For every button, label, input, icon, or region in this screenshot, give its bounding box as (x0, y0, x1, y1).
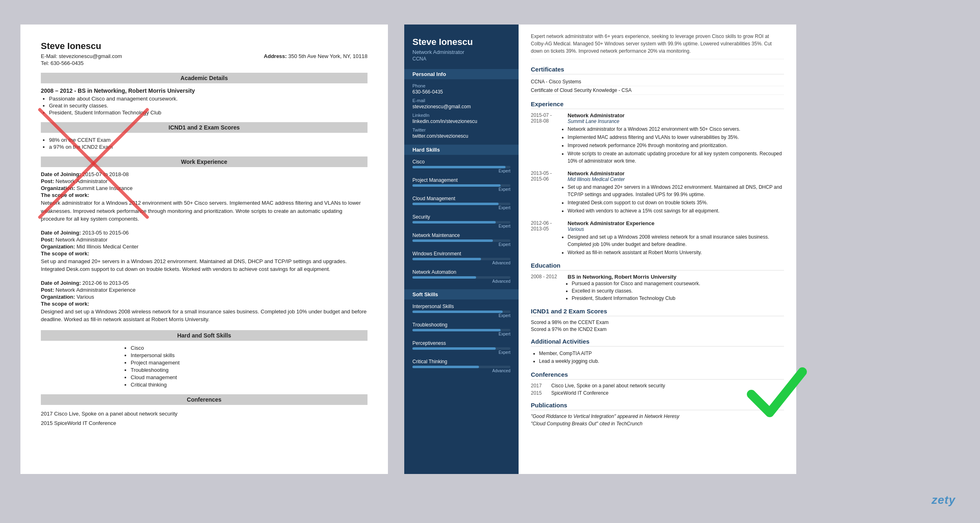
icnd-title: ICND1 and 2 Exam Scores (531, 308, 784, 316)
work-header: Work Experience (41, 156, 368, 167)
left-name: Steve Ionescu (41, 41, 368, 51)
hard-skill-item: Network Maintenance Expert (412, 232, 510, 247)
academic-header: Academic Details (41, 73, 368, 83)
work-desc-2: Set up and managed 20+ servers in a Wind… (41, 257, 368, 273)
icnd-bullets: 98% on the CCENT Exam a 97% on the ICND2… (49, 137, 368, 150)
email-value: stevezionescu@gmail.com (412, 104, 510, 110)
linkedin-label: LinkedIn (412, 113, 510, 118)
left-address: Address: 350 5th Ave New York, NY, 10118 (264, 53, 368, 59)
exp-entry-3: 2012-06 - 2013-05 Network Administrator … (531, 220, 784, 256)
left-contact: E-Mail: stevezionescu@gmail.com Address:… (41, 53, 368, 59)
icnd-score2: a 97% on the ICND2 Exam (49, 144, 368, 150)
conf-row-2: 2015 SpiceWorld IT Conference (531, 390, 784, 396)
cert-2: Certificate of Cloud Security Knowledge … (531, 86, 784, 95)
right-sidebar: Steve Ionescu Network Administrator CCNA… (404, 25, 519, 474)
phone-value: 630-566-0435 (412, 89, 510, 95)
hard-skill-item: Cisco Expert (412, 159, 510, 173)
email-label: E-mail (412, 98, 510, 103)
phone-label: Phone (412, 83, 510, 88)
skill-5: Cloud management (131, 374, 368, 380)
activities-title: Additional Activities (531, 338, 784, 346)
resume-right: Steve Ionescu Network Administrator CCNA… (404, 25, 796, 474)
degree-title: 2008 – 2012 - BS in Networking, Robert M… (41, 87, 368, 94)
academic-bullet-2: Great in security classes. (49, 103, 368, 109)
sidebar-title: Network Administrator (412, 49, 510, 55)
academic-bullet-1: Passionate about Cisco and management co… (49, 96, 368, 102)
linkedin-value: linkedin.com/in/stevezionescu (412, 118, 510, 124)
twitter-value: twitter.com/stevezionescu (412, 133, 510, 139)
certificates-list: CCNA - Cisco Systems Certificate of Clou… (531, 78, 784, 95)
skills-list: Cisco Interpersonal skills Project manag… (131, 345, 368, 388)
zety-branding: zety (932, 494, 956, 507)
exp-entry-1: 2015-07 - 2018-08 Network Administrator … (531, 112, 784, 165)
skill-3: Project management (131, 360, 368, 366)
soft-skill-item: Troubleshooting Expert (412, 322, 510, 336)
right-main: Expert network administrator with 6+ yea… (519, 25, 796, 474)
conf-row-1: 2017 Cisco Live, Spoke on a panel about … (531, 383, 784, 389)
hard-skill-item: Cloud Management Expert (412, 196, 510, 210)
page-wrapper: Steve Ionescu E-Mail: stevezionescu@gmai… (20, 25, 960, 474)
icnd-score1: 98% on the CCENT Exam (49, 137, 368, 143)
work-desc-3: Designed and set up a Windows 2008 wirel… (41, 308, 368, 324)
exp-entry-2: 2013-05 - 2015-06 Network Administrator … (531, 170, 784, 215)
pub-2: "Cloud Computing Breaks Out" cited in Te… (531, 421, 784, 427)
hard-skills-list: Cisco Expert Project Management Expert C… (412, 159, 510, 284)
personal-info-title: Personal Info (404, 69, 519, 79)
soft-skills-title: Soft Skills (404, 289, 519, 299)
experience-title: Experience (531, 101, 784, 109)
skill-4: Troubleshooting (131, 367, 368, 373)
icnd-header: ICND1 and 2 Exam Scores (41, 122, 368, 133)
skill-6: Critical thinking (131, 382, 368, 388)
skill-1: Cisco (131, 345, 368, 351)
soft-skill-item: Interpersonal Skills Expert (412, 304, 510, 318)
hard-skill-item: Windows Environment Advanced (412, 251, 510, 265)
resume-left: Steve Ionescu E-Mail: stevezionescu@gmai… (20, 25, 388, 474)
pub-1: "Good Riddance to Vertical Integration" … (531, 413, 784, 419)
skills-header: Hard and Soft Skills (41, 330, 368, 341)
publications-title: Publications (531, 402, 784, 410)
education-title: Education (531, 262, 784, 270)
left-tel: Tel: 630-566-0435 (41, 60, 368, 66)
conf-header: Conferences (41, 394, 368, 405)
academic-bullets: Passionate about Cisco and management co… (49, 96, 368, 116)
conf-text: 2017 Cisco Live, Spoke on a panel about … (41, 409, 368, 428)
summary-text: Expert network administrator with 6+ yea… (531, 33, 784, 59)
hard-skill-item: Project Management Expert (412, 177, 510, 192)
cert-1: CCNA - Cisco Systems (531, 78, 784, 86)
hard-skills-title: Hard Skills (404, 145, 519, 155)
hard-skill-item: Security Expert (412, 214, 510, 228)
certificates-title: Certificates (531, 66, 784, 74)
work-desc-1: Network administrator for a Windows 2012… (41, 199, 368, 223)
work-entry-3: Date of Joining: 2012-06 to 2013-05 Post… (41, 280, 368, 324)
soft-skill-item: Perceptiveness Expert (412, 340, 510, 355)
activities-list: Member, CompTIA AITP Lead a weekly joggi… (539, 350, 784, 365)
sidebar-ccna: CCNA (412, 56, 510, 62)
conferences-title: Conferences (531, 371, 784, 380)
sidebar-name: Steve Ionescu (412, 37, 510, 47)
icnd-score1: Scored a 98% on the CCENT Exam (531, 320, 784, 325)
work-entry-1: Date of Joining: 2015-07 to 2018-08 Post… (41, 171, 368, 223)
work-entry-2: Date of Joining: 2013-05 to 2015-06 Post… (41, 230, 368, 273)
soft-skills-list: Interpersonal Skills Expert Troubleshoot… (412, 304, 510, 373)
skill-2: Interpersonal skills (131, 352, 368, 358)
academic-bullet-3: President, Student Information Technolog… (49, 110, 368, 116)
edu-entry-1: 2008 - 2012 BS in Networking, Robert Mor… (531, 274, 784, 302)
left-email: E-Mail: stevezionescu@gmail.com (41, 53, 122, 59)
twitter-label: Twitter (412, 127, 510, 132)
soft-skill-item: Critical Thinking Advanced (412, 359, 510, 373)
icnd-score2: Scored a 97% on the ICND2 Exam (531, 326, 784, 332)
hard-skill-item: Network Automation Advanced (412, 269, 510, 284)
